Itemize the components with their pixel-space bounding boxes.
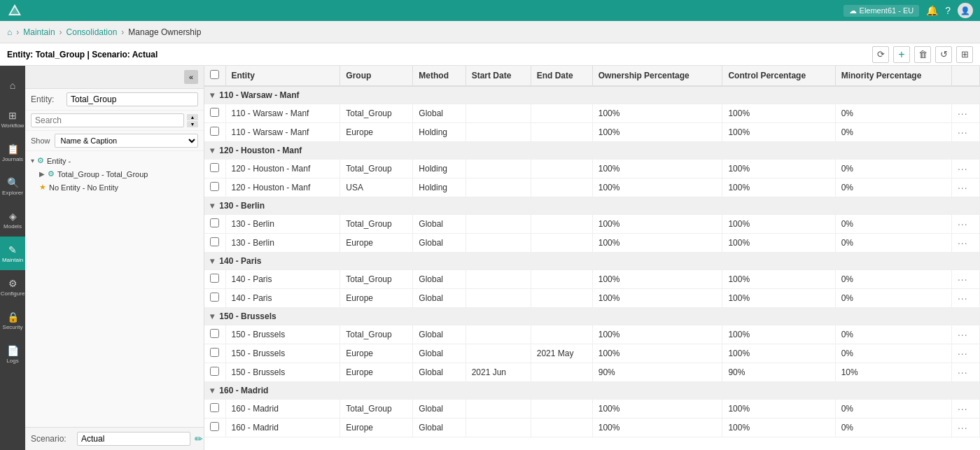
- row-checkbox[interactable]: [210, 182, 219, 191]
- grid-button[interactable]: ⊞: [956, 46, 973, 63]
- row-more-button[interactable]: ···: [958, 422, 968, 433]
- nav-workflow[interactable]: ⊞ Workflow: [0, 102, 25, 136]
- app-logo: [7, 3, 22, 18]
- col-entity[interactable]: Entity: [225, 66, 340, 86]
- group-header-row[interactable]: ▾ 160 - Madrid: [204, 382, 980, 400]
- row-start-date: [465, 104, 531, 123]
- row-checkbox[interactable]: [210, 127, 219, 136]
- sort-desc-button[interactable]: ▼: [187, 121, 198, 127]
- panel-header: «: [25, 66, 204, 89]
- nav-maintain[interactable]: ✎ Maintain: [0, 237, 25, 270]
- col-method[interactable]: Method: [413, 66, 465, 86]
- row-control: 100%: [722, 400, 835, 419]
- show-row: Show Name & Caption Name Caption: [25, 131, 204, 151]
- collapse-button[interactable]: «: [184, 70, 198, 84]
- row-start-date: [465, 160, 531, 178]
- nav-logs[interactable]: 📄 Logs: [0, 337, 25, 371]
- tree-area: ▾ ⚙ Entity - ▶ ⚙ Total_Group - Total_Gro…: [25, 151, 204, 427]
- row-more-button[interactable]: ···: [958, 293, 968, 304]
- select-all-checkbox[interactable]: [210, 70, 219, 79]
- home-icon[interactable]: ⌂: [7, 27, 12, 37]
- row-more-button[interactable]: ···: [958, 182, 968, 193]
- row-minority: 0%: [835, 215, 951, 234]
- help-icon[interactable]: ?: [945, 5, 951, 16]
- breadcrumb-consolidation[interactable]: Consolidation: [66, 27, 118, 37]
- row-more-cell: ···: [951, 123, 979, 142]
- group-header-row[interactable]: ▾ 130 - Berlin: [204, 197, 980, 215]
- row-checkbox[interactable]: [210, 293, 219, 302]
- row-more-button[interactable]: ···: [958, 218, 968, 230]
- row-checkbox[interactable]: [210, 218, 219, 227]
- row-method: Global: [413, 363, 465, 382]
- col-group[interactable]: Group: [340, 66, 413, 86]
- row-more-button[interactable]: ···: [958, 108, 968, 119]
- nav-models[interactable]: ◈ Models: [0, 203, 25, 237]
- row-checkbox[interactable]: [210, 403, 219, 412]
- nav-home[interactable]: ⌂: [0, 69, 25, 102]
- row-method: Global: [413, 400, 465, 419]
- row-more-button[interactable]: ···: [958, 274, 968, 285]
- delete-button[interactable]: 🗑: [914, 46, 931, 63]
- row-entity: 130 - Berlin: [225, 215, 340, 234]
- group-header-cell: ▾ 130 - Berlin: [204, 197, 980, 215]
- group-header-label: 130 - Berlin: [219, 201, 265, 211]
- tree-entity-root[interactable]: ▾ ⚙ Entity -: [25, 154, 204, 167]
- add-button[interactable]: +: [893, 46, 910, 63]
- sort-buttons: ▲ ▼: [187, 114, 198, 127]
- row-checkbox[interactable]: [210, 348, 219, 357]
- refresh-button[interactable]: ↺: [935, 46, 952, 63]
- row-end-date: [531, 270, 592, 289]
- sort-asc-button[interactable]: ▲: [187, 114, 198, 120]
- group-header-row[interactable]: ▾ 110 - Warsaw - Manf: [204, 86, 980, 104]
- col-end-date[interactable]: End Date: [531, 66, 592, 86]
- row-checkbox[interactable]: [210, 274, 219, 283]
- group-header-row[interactable]: ▾ 120 - Houston - Manf: [204, 142, 980, 160]
- scenario-edit-button[interactable]: ✏: [195, 433, 203, 444]
- row-more-button[interactable]: ···: [958, 127, 968, 138]
- tree-total-group[interactable]: ▶ ⚙ Total_Group - Total_Group: [25, 167, 204, 181]
- search-input[interactable]: [31, 113, 184, 127]
- nav-journals[interactable]: 📋 Journals: [0, 136, 25, 169]
- row-entity: 110 - Warsaw - Manf: [225, 123, 340, 142]
- col-start-date[interactable]: Start Date: [465, 66, 531, 86]
- row-checkbox[interactable]: [210, 163, 219, 172]
- row-more-button[interactable]: ···: [958, 367, 968, 378]
- table-container: Entity Group Method Start Date End Date …: [204, 66, 980, 450]
- row-more-button[interactable]: ···: [958, 403, 968, 414]
- row-checkbox[interactable]: [210, 329, 219, 338]
- tree-no-entity[interactable]: ★ No Entity - No Entity: [25, 181, 204, 194]
- col-ownership[interactable]: Ownership Percentage: [592, 66, 722, 86]
- row-more-button[interactable]: ···: [958, 163, 968, 174]
- row-checkbox-cell: [204, 123, 225, 142]
- maintain-label: Maintain: [2, 257, 23, 263]
- user-avatar[interactable]: 👤: [958, 3, 973, 18]
- scenario-input[interactable]: [77, 432, 190, 446]
- nav-security[interactable]: 🔒 Security: [0, 304, 25, 337]
- row-checkbox[interactable]: [210, 422, 219, 431]
- row-checkbox[interactable]: [210, 367, 219, 376]
- row-checkbox[interactable]: [210, 237, 219, 246]
- row-start-date: [465, 270, 531, 289]
- col-control[interactable]: Control Percentage: [722, 66, 835, 86]
- row-more-button[interactable]: ···: [958, 348, 968, 359]
- nav-configure[interactable]: ⚙ Configure: [0, 270, 25, 304]
- row-minority: 10%: [835, 363, 951, 382]
- refresh2-button[interactable]: ⟳: [872, 46, 889, 63]
- show-select[interactable]: Name & Caption Name Caption: [55, 134, 198, 148]
- row-more-button[interactable]: ···: [958, 237, 968, 248]
- row-more-button[interactable]: ···: [958, 329, 968, 340]
- nav-explorer[interactable]: 🔍 Explorer: [0, 169, 25, 203]
- col-minority[interactable]: Minority Percentage: [835, 66, 951, 86]
- row-checkbox[interactable]: [210, 108, 219, 117]
- notifications-icon[interactable]: 🔔: [926, 5, 938, 16]
- tree-no-entity-label: No Entity - No Entity: [49, 183, 118, 192]
- row-start-date: [465, 234, 531, 253]
- logs-icon: 📄: [7, 345, 19, 356]
- group-header-row[interactable]: ▾ 140 - Paris: [204, 253, 980, 270]
- row-checkbox-cell: [204, 178, 225, 197]
- breadcrumb-maintain[interactable]: Maintain: [23, 27, 55, 37]
- cloud-environment[interactable]: ☁ Element61 - EU: [844, 5, 920, 17]
- entity-input[interactable]: [66, 92, 198, 106]
- group-expand-icon: ▾: [210, 146, 214, 155]
- group-header-row[interactable]: ▾ 150 - Brussels: [204, 308, 980, 325]
